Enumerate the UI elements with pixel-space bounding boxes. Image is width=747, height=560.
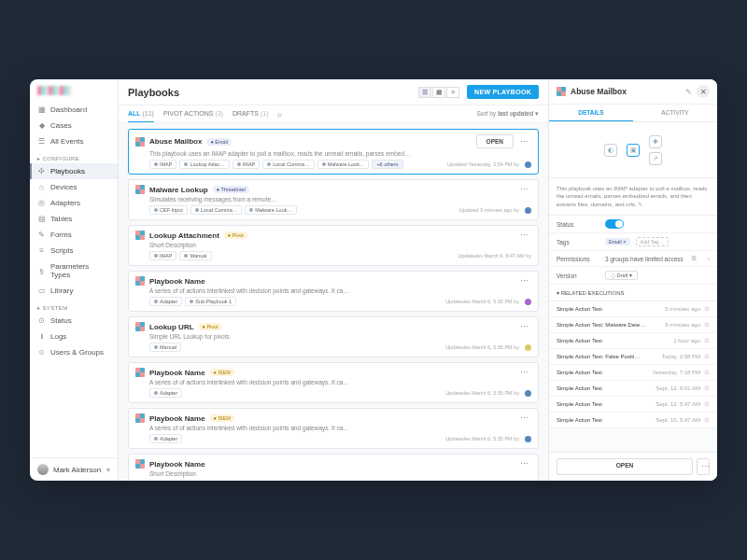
more-icon[interactable]: ⋯ bbox=[518, 185, 531, 194]
sidebar-item-adapters[interactable]: ◎Adapters bbox=[30, 195, 118, 211]
nav-label: Logs bbox=[50, 332, 66, 341]
execution-row[interactable]: Simple Action Test: Malware Dete…8 minut… bbox=[549, 317, 717, 333]
card-title: Lookup Attachment bbox=[149, 231, 219, 240]
chevron-right-icon: ⊙ bbox=[704, 305, 710, 313]
chevron-right-icon: ⊙ bbox=[704, 416, 710, 424]
more-icon[interactable]: ⋯ bbox=[518, 276, 531, 286]
sidebar-item-cases[interactable]: ◆Cases bbox=[30, 118, 118, 133]
card-description: This playbook uses an IMAP adapter to po… bbox=[149, 150, 531, 157]
card-description: A series of of actions interlinked with … bbox=[149, 425, 531, 431]
more-icon[interactable]: ⋯ bbox=[518, 231, 531, 240]
playbook-card[interactable]: Playbook Name● SIEM⋯A series of of actio… bbox=[128, 362, 539, 403]
open-button[interactable]: OPEN bbox=[476, 134, 514, 148]
playbook-card[interactable]: Lookup Attachment● Pivot⋯Short Descripti… bbox=[128, 225, 539, 266]
related-executions-header[interactable]: RELATED EXECUTIONS bbox=[549, 285, 717, 301]
playbook-card[interactable]: Lookup URL● Pivot⋯Simple URL Lookup for … bbox=[128, 316, 539, 357]
more-icon[interactable]: ⋯ bbox=[518, 368, 531, 377]
app-window: ▦Dashboard◆Cases☰All Events CONFIGURE ✣P… bbox=[30, 79, 717, 481]
playbook-icon bbox=[135, 413, 145, 423]
playbook-card[interactable]: Playbook Name⋯A series of of actions int… bbox=[128, 271, 539, 312]
playbook-list[interactable]: Abuse Mailbox● EmailOPEN⋯This playbook u… bbox=[119, 123, 548, 481]
panel-tabs: DETAILS ACTIVITY bbox=[549, 105, 717, 122]
badge: ● Pivot bbox=[224, 231, 247, 239]
sidebar-item-library[interactable]: ▭Library bbox=[30, 283, 118, 299]
sidebar-item-forms[interactable]: ✎Forms bbox=[30, 227, 118, 243]
sidebar-item-devices[interactable]: ⌂Devices bbox=[30, 179, 118, 195]
tab-all[interactable]: ALL (11) bbox=[128, 105, 154, 122]
chevron-right-icon: ⊙ bbox=[704, 353, 710, 360]
tag-chip[interactable]: Email × bbox=[605, 238, 630, 245]
more-icon[interactable]: ⋯ bbox=[518, 459, 531, 469]
nav: ▦Dashboard◆Cases☰All Events CONFIGURE ✣P… bbox=[30, 102, 118, 457]
more-icon[interactable]: ⋯ bbox=[697, 458, 710, 475]
more-icon[interactable]: ⋯ bbox=[518, 137, 531, 147]
node-icon: ↗ bbox=[649, 152, 662, 165]
new-playbook-button[interactable]: NEW PLAYBOOK bbox=[467, 85, 539, 99]
nav-section-system: SYSTEM bbox=[30, 299, 118, 313]
execution-row[interactable]: Simple Action Test1 hour ago⊙ bbox=[549, 333, 717, 349]
tab-activity[interactable]: ACTIVITY bbox=[633, 105, 717, 121]
main-column: Playbooks ☰ ▦ ≡ NEW PLAYBOOK ALL (11)PIV… bbox=[119, 79, 549, 481]
edit-icon[interactable]: ✎ bbox=[638, 202, 642, 207]
sidebar-item-playbooks[interactable]: ✣Playbooks bbox=[30, 163, 118, 179]
add-tag-button[interactable]: Add Tag… bbox=[636, 237, 669, 246]
search-icon[interactable]: ⌕ bbox=[277, 110, 282, 119]
chevron-right-icon[interactable]: › bbox=[708, 256, 710, 262]
page-title: Playbooks bbox=[128, 87, 418, 98]
avatar bbox=[37, 464, 49, 475]
open-button[interactable]: OPEN bbox=[557, 458, 693, 475]
execution-row[interactable]: Simple Action Test5 minutes ago⊙ bbox=[549, 301, 717, 317]
sidebar-item-dashboard[interactable]: ▦Dashboard bbox=[30, 102, 118, 118]
playbook-card[interactable]: Malware Lookup● ThreatIntel⋯Simulates re… bbox=[128, 179, 539, 220]
execution-name: Simple Action Test: False Positi… bbox=[557, 354, 662, 359]
card-title: Playbook Name bbox=[149, 414, 205, 423]
current-user[interactable]: Mark Alderson ▾ bbox=[30, 457, 118, 481]
execution-time: 5 minutes ago bbox=[665, 306, 700, 312]
gear-icon[interactable]: ⚙ bbox=[691, 255, 697, 262]
sidebar-item-status[interactable]: ⊙Status bbox=[30, 313, 118, 329]
execution-name: Simple Action Test: Malware Dete… bbox=[557, 322, 665, 328]
execution-row[interactable]: Simple Action TestYesterday, 7:18 PM⊙ bbox=[549, 365, 717, 381]
view-grid-icon[interactable]: ▦ bbox=[432, 87, 445, 98]
nav-icon: ⌂ bbox=[37, 183, 46, 191]
card-description: Simple URL Lookup for pivots bbox=[149, 333, 531, 340]
more-icon[interactable]: ⋯ bbox=[518, 322, 531, 331]
execution-name: Simple Action Test bbox=[557, 338, 673, 343]
execution-time: 1 hour ago bbox=[673, 338, 700, 343]
edit-icon[interactable]: ✎ bbox=[685, 88, 692, 96]
execution-row[interactable]: Simple Action TestSept. 12, 6:01 AM⊙ bbox=[549, 381, 717, 397]
playbook-card[interactable]: Playbook Name⋯Short Description bbox=[128, 454, 539, 481]
chip: Manual bbox=[179, 251, 211, 260]
node-icon: ✚ bbox=[649, 135, 662, 148]
sort-control[interactable]: Sort by last updated ▾ bbox=[476, 110, 539, 118]
chip: CEF Input bbox=[149, 205, 188, 215]
close-icon[interactable]: ✕ bbox=[697, 85, 710, 98]
sidebar-item-tables[interactable]: ▤Tables bbox=[30, 211, 118, 227]
nav-icon: ◆ bbox=[37, 121, 46, 130]
sidebar-item-scripts[interactable]: ≡Scripts bbox=[30, 243, 118, 259]
sidebar-item-parameters-types[interactable]: §Parameters Types bbox=[30, 259, 118, 283]
sidebar-item-all-events[interactable]: ☰All Events bbox=[30, 133, 118, 149]
execution-row[interactable]: Simple Action TestSept. 10, 5:47 AM⊙ bbox=[549, 413, 717, 428]
view-list-icon[interactable]: ☰ bbox=[418, 87, 431, 98]
version-select[interactable]: ◌ Draft ▾ bbox=[605, 271, 638, 280]
nav-icon: ▤ bbox=[37, 215, 46, 223]
nav-label: All Events bbox=[50, 137, 84, 146]
execution-name: Simple Action Test bbox=[557, 417, 655, 423]
more-icon[interactable]: ⋯ bbox=[518, 413, 531, 423]
sidebar-item-users-groups[interactable]: ☺Users & Groups bbox=[30, 344, 118, 360]
chip-more[interactable]: +6 others bbox=[372, 160, 402, 169]
view-compact-icon[interactable]: ≡ bbox=[446, 87, 459, 98]
status-toggle[interactable] bbox=[605, 219, 624, 229]
execution-row[interactable]: Simple Action Test: False Positi…Today, … bbox=[549, 349, 717, 365]
chip: Lookup Attac… bbox=[179, 160, 229, 169]
card-description: A series of of actions interlinked with … bbox=[149, 379, 531, 385]
updated-text: Updatedes March 6, 5:35 PM by bbox=[445, 390, 519, 396]
tab-pivot-actions[interactable]: PIVOT ACTIONS (3) bbox=[163, 105, 223, 122]
playbook-card[interactable]: Playbook Name● SIEM⋯A series of of actio… bbox=[128, 408, 539, 449]
execution-row[interactable]: Simple Action TestSept. 12, 5:47 AM⊙ bbox=[549, 397, 717, 413]
playbook-card[interactable]: Abuse Mailbox● EmailOPEN⋯This playbook u… bbox=[128, 129, 539, 175]
tab-details[interactable]: DETAILS bbox=[549, 105, 633, 121]
sidebar-item-logs[interactable]: ⫾Logs bbox=[30, 329, 118, 344]
tab-drafts[interactable]: DRAFTS (1) bbox=[233, 105, 269, 122]
